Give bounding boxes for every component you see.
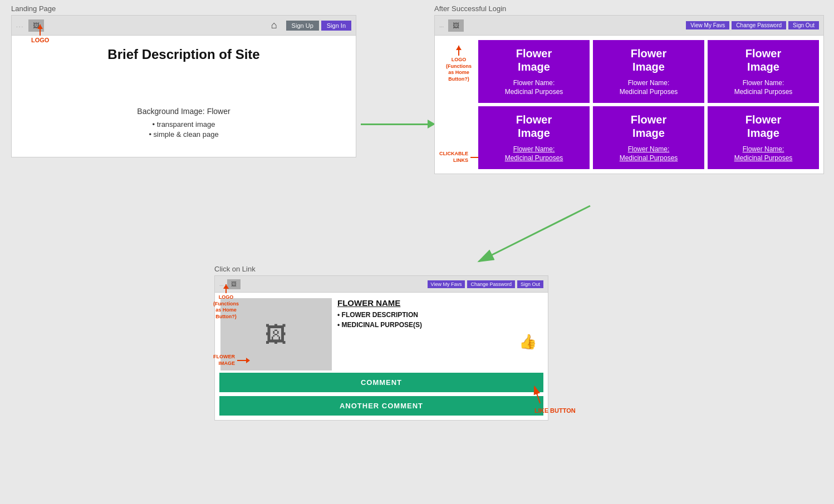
flower-card-1-name: Flower Name:Medicinal Purposes	[483, 79, 585, 96]
landing-label: Landing Page	[11, 4, 356, 13]
green-arrow-horizontal	[361, 120, 435, 129]
arrow-head-up	[37, 24, 43, 29]
landing-page-section: Landing Page ... 🖼 ⌂ Sign Up Sign In Bri…	[11, 4, 356, 157]
bullet-1: transparent image	[28, 120, 339, 129]
logo-annot-after-text: LOGO(Functionsas HomeButton?)	[446, 57, 472, 83]
landing-title: Brief Description of Site	[28, 47, 339, 62]
logo-annotation: LOGO	[31, 24, 49, 43]
fi-arrow-line	[237, 360, 246, 361]
like-button[interactable]: 👍	[519, 333, 537, 350]
after-login-section: After Successful Login ... 🖼 View My Fav…	[434, 4, 824, 174]
flower-card-4[interactable]: FlowerImage Flower Name:Medicinal Purpos…	[478, 106, 590, 169]
flower-card-4-name: Flower Name:Medicinal Purposes	[483, 145, 585, 162]
green-line	[361, 123, 428, 125]
logo-arrow-up	[40, 24, 41, 36]
signin-button[interactable]: Sign In	[321, 21, 351, 31]
flower-image-annot-text: FLOWERIMAGE	[213, 354, 235, 367]
flower-card-6-image: FlowerImage	[712, 113, 815, 140]
click-logo-annot-text: LOGO(Functionsas HomeButton?)	[213, 294, 239, 320]
flower-info: FLOWER NAME FLOWER DESCRIPTION MEDICINAL…	[337, 298, 542, 370]
flower-grid-area: LOGO(Functionsas HomeButton?) CLICKABLEL…	[435, 36, 823, 174]
like-button-annotation: LIKE BUTTON	[534, 384, 576, 414]
like-area: 👍	[337, 331, 542, 353]
flower-card-3-name: Flower Name:Medicinal Purposes	[712, 79, 815, 96]
flower-card-6[interactable]: FlowerImage Flower Name:Medicinal Purpos…	[708, 106, 819, 169]
flower-card-5[interactable]: FlowerImage Flower Name:Medicinal Purpos…	[593, 106, 704, 169]
flower-card-1-image: FlowerImage	[483, 47, 585, 73]
flower-card-2-image: FlowerImage	[597, 47, 700, 73]
clickable-links-text: CLICKABLELINKS	[439, 151, 468, 164]
flower-bullet-2: MEDICINAL PURPOSE(S)	[337, 321, 542, 329]
change-password-button[interactable]: Change Password	[732, 21, 786, 29]
after-login-navbar: ... 🖼 View My Favs Change Password Sign …	[435, 16, 823, 36]
flower-card-3-image: FlowerImage	[712, 47, 815, 73]
click-logo-arrowhead	[223, 284, 229, 289]
flower-card-4-image: FlowerImage	[483, 113, 585, 140]
flower-card-6-name: Flower Name:Medicinal Purposes	[712, 145, 815, 162]
svg-line-3	[534, 387, 540, 403]
home-icon[interactable]: ⌂	[271, 19, 277, 31]
flower-name: FLOWER NAME	[337, 298, 542, 308]
click-wireframe: ... 🖼 View My Favs Change Password Sign …	[214, 275, 548, 421]
click-logo-arrow	[225, 284, 227, 293]
flower-bullets: FLOWER DESCRIPTION MEDICINAL PURPOSE(S)	[337, 311, 542, 329]
green-diagonal-arrow	[445, 200, 601, 273]
flower-bullet-1: FLOWER DESCRIPTION	[337, 311, 542, 319]
after-nav-dots: ...	[439, 22, 444, 28]
after-login-logo[interactable]: 🖼	[448, 19, 464, 32]
view-my-favs-button[interactable]: View My Favs	[686, 21, 729, 29]
bullet-2: simple & clean page	[28, 130, 339, 139]
image-icon: 🖼	[265, 322, 287, 347]
click-signout-button[interactable]: Sign Out	[517, 280, 543, 288]
click-viewfavs-button[interactable]: View My Favs	[428, 280, 465, 288]
comment-button[interactable]: COMMENT	[219, 373, 543, 392]
clickable-links-annot: CLICKABLELINKS	[439, 151, 478, 164]
another-comment-button[interactable]: ANOTHER COMMENT	[219, 396, 543, 416]
click-logo-annotation: LOGO(Functionsas HomeButton?)	[213, 284, 239, 320]
logo-arrowhead-after	[456, 46, 462, 50]
flower-card-1: FlowerImage Flower Name:Medicinal Purpos…	[478, 40, 590, 103]
landing-wireframe: ... 🖼 ⌂ Sign Up Sign In Brief Descriptio…	[11, 15, 356, 157]
landing-bullets: transparent image simple & clean page	[28, 120, 339, 139]
flower-image-annotation: FLOWERIMAGE	[213, 354, 250, 367]
flower-card-2: FlowerImage Flower Name:Medicinal Purpos…	[593, 40, 704, 103]
after-login-label: After Successful Login	[434, 4, 824, 13]
bg-text: Background Image: Flower	[28, 107, 339, 116]
click-navbar: ... 🖼 View My Favs Change Password Sign …	[215, 276, 548, 293]
flower-card-5-name: Flower Name:Medicinal Purposes	[597, 145, 700, 162]
flower-card-5-image: FlowerImage	[597, 113, 700, 140]
like-annot-text: LIKE BUTTON	[534, 407, 576, 414]
click-section: Click on Link ... 🖼 View My Favs Change …	[214, 265, 548, 421]
nav-dots: ...	[16, 22, 24, 28]
logo-annot-text: LOGO	[31, 37, 49, 43]
svg-line-1	[479, 206, 590, 261]
click-body-top: 🖼 FLOWER NAME FLOWER DESCRIPTION MEDICIN…	[215, 293, 548, 370]
logo-arrow-after	[458, 46, 459, 56]
logo-annot-after: LOGO(Functionsas HomeButton?)	[439, 46, 478, 83]
landing-content: Brief Description of Site Background Ima…	[12, 36, 356, 157]
flower-grid: FlowerImage Flower Name:Medicinal Purpos…	[478, 40, 819, 169]
flower-card-3: FlowerImage Flower Name:Medicinal Purpos…	[708, 40, 819, 103]
sign-out-button[interactable]: Sign Out	[788, 21, 819, 29]
click-changepw-button[interactable]: Change Password	[467, 280, 515, 288]
landing-navbar: ... 🖼 ⌂ Sign Up Sign In	[12, 16, 356, 36]
flower-image-arrow	[237, 358, 250, 363]
grid-annotations: LOGO(Functionsas HomeButton?) CLICKABLEL…	[439, 40, 478, 169]
signup-button[interactable]: Sign Up	[286, 21, 319, 31]
after-login-wireframe: ... 🖼 View My Favs Change Password Sign …	[434, 15, 824, 174]
fi-arrowhead	[246, 358, 250, 363]
like-arrow-svg	[534, 384, 562, 406]
click-label: Click on Link	[214, 265, 548, 273]
flower-card-2-name: Flower Name:Medicinal Purposes	[597, 79, 700, 96]
